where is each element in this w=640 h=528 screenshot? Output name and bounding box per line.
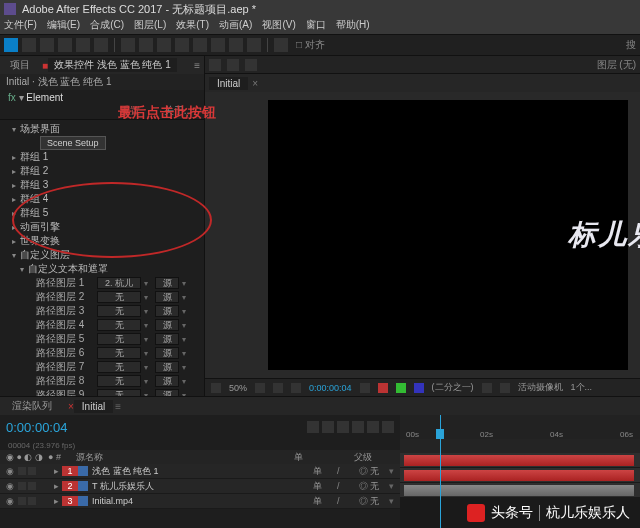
3d-icon[interactable]: [382, 421, 394, 433]
snapshot-icon[interactable]: [360, 383, 370, 393]
timeline-layer-row[interactable]: ◉ ▸ 3 Initial.mp4 单 / ◎ 无 ▾: [0, 494, 400, 509]
menu-comp[interactable]: 合成(C): [90, 18, 124, 34]
layer-mode[interactable]: 单: [313, 480, 337, 493]
mask-icon[interactable]: [291, 383, 301, 393]
effect-controls-tab[interactable]: 效果控件 浅色 蓝色 纯色 1: [48, 58, 177, 72]
layer-bar[interactable]: [404, 485, 634, 496]
zoom-tool-icon[interactable]: [40, 38, 54, 52]
layer-color[interactable]: [78, 496, 88, 506]
orbit-tool-icon[interactable]: [58, 38, 72, 52]
render-queue-tab[interactable]: 渲染队列: [4, 398, 60, 414]
path-value-dropdown[interactable]: 无: [97, 333, 141, 345]
layer-name[interactable]: Initial.mp4: [88, 496, 313, 506]
current-time[interactable]: 0:00:00:04: [6, 420, 67, 435]
stamp-tool-icon[interactable]: [193, 38, 207, 52]
text-tool-icon[interactable]: [157, 38, 171, 52]
group-row[interactable]: ▸群组 2: [4, 164, 200, 178]
comp-icon[interactable]: [209, 59, 221, 71]
motion-blur-icon[interactable]: [352, 421, 364, 433]
camera-tool-icon[interactable]: [94, 38, 108, 52]
selection-tool-icon[interactable]: [4, 38, 18, 52]
custom-text-mask-row[interactable]: ▾自定义文本和遮罩: [4, 262, 200, 276]
group-row[interactable]: ▸群组 3: [4, 178, 200, 192]
path-value-dropdown[interactable]: 无: [97, 319, 141, 331]
timeline-layer-row[interactable]: ◉ ▸ 2 T 杭儿乐娱乐人 单 / ◎ 无 ▾: [0, 479, 400, 494]
about-tab[interactable]: 关于...: [152, 104, 204, 119]
layer-mode[interactable]: 单: [313, 465, 337, 478]
path-type-dropdown[interactable]: 源: [155, 305, 179, 317]
channel-icon[interactable]: [378, 383, 388, 393]
menu-effect[interactable]: 效果(T): [176, 18, 209, 34]
menu-file[interactable]: 文件(F): [4, 18, 37, 34]
path-value-dropdown[interactable]: 无: [97, 375, 141, 387]
comp-tab[interactable]: Initial: [209, 77, 248, 90]
layer-track[interactable]: [400, 483, 640, 498]
comp-grid-icon[interactable]: [245, 59, 257, 71]
path-value-dropdown[interactable]: 无: [97, 361, 141, 373]
pen-tool-icon[interactable]: [139, 38, 153, 52]
close-tab-icon[interactable]: ×: [252, 78, 258, 89]
path-value-dropdown[interactable]: 无: [97, 305, 141, 317]
layer-color[interactable]: [78, 466, 88, 476]
resolution-dropdown[interactable]: (二分之一): [432, 381, 474, 394]
layer-bar[interactable]: [404, 470, 634, 481]
path-type-dropdown[interactable]: 源: [155, 347, 179, 359]
path-type-dropdown[interactable]: 源: [155, 291, 179, 303]
path-value-dropdown[interactable]: 无: [97, 389, 141, 396]
panel-menu-icon[interactable]: ≡: [194, 60, 200, 71]
grid-icon[interactable]: [273, 383, 283, 393]
roto-tool-icon[interactable]: [229, 38, 243, 52]
snap-toggle[interactable]: □ 对齐: [296, 38, 325, 52]
source-name-header[interactable]: 源名称: [76, 451, 294, 464]
parent-dropdown[interactable]: ◎ 无: [349, 495, 389, 508]
world-transform-row[interactable]: ▸世界变换: [4, 234, 200, 248]
group-row[interactable]: ▸群组 1: [4, 150, 200, 164]
timeline-layer-row[interactable]: ◉ ▸ 1 浅色 蓝色 纯色 1 单 / ◎ 无 ▾: [0, 464, 400, 479]
scene-setup-button[interactable]: Scene Setup: [40, 136, 106, 150]
path-type-dropdown[interactable]: 源: [155, 389, 179, 396]
visibility-icon[interactable]: ◉: [6, 496, 18, 506]
region-icon[interactable]: [482, 383, 492, 393]
search-icon[interactable]: [307, 421, 319, 433]
parent-dropdown[interactable]: ◎ 无: [349, 480, 389, 493]
timeline-menu-icon[interactable]: ≡: [115, 401, 121, 412]
menu-edit[interactable]: 编辑(E): [47, 18, 80, 34]
custom-layers-row[interactable]: ▾自定义图层: [4, 248, 200, 262]
blue-icon[interactable]: [414, 383, 424, 393]
menu-help[interactable]: 帮助(H): [336, 18, 370, 34]
shy-icon[interactable]: [322, 421, 334, 433]
layer-track[interactable]: [400, 453, 640, 468]
layer-mode[interactable]: 单: [313, 495, 337, 508]
project-tab[interactable]: 项目: [4, 58, 36, 72]
camera-dropdown[interactable]: 活动摄像机: [518, 381, 563, 394]
anim-engine-row[interactable]: ▸动画引擎: [4, 220, 200, 234]
safe-icon[interactable]: [255, 383, 265, 393]
path-type-dropdown[interactable]: 源: [155, 319, 179, 331]
zoom-level[interactable]: 50%: [229, 383, 247, 393]
search-label[interactable]: 搜: [626, 38, 636, 52]
path-value-dropdown[interactable]: 无: [97, 291, 141, 303]
layout-label[interactable]: 图层 (无): [597, 58, 636, 72]
menu-anim[interactable]: 动画(A): [219, 18, 252, 34]
axis-tool-icon[interactable]: [274, 38, 288, 52]
hand-tool-icon[interactable]: [22, 38, 36, 52]
path-value-dropdown[interactable]: 2. 杭儿: [97, 277, 141, 289]
transparency-icon[interactable]: [500, 383, 510, 393]
shape-tool-icon[interactable]: [121, 38, 135, 52]
path-type-dropdown[interactable]: 源: [155, 277, 179, 289]
layer-name[interactable]: 浅色 蓝色 纯色 1: [88, 465, 313, 478]
menu-view[interactable]: 视图(V): [262, 18, 295, 34]
menu-window[interactable]: 窗口: [306, 18, 326, 34]
brush-tool-icon[interactable]: [175, 38, 189, 52]
comp-flow-icon[interactable]: [227, 59, 239, 71]
eraser-tool-icon[interactable]: [211, 38, 225, 52]
timeline-comp-tab[interactable]: Initial: [74, 400, 113, 413]
group-row[interactable]: ▸群组 4: [4, 192, 200, 206]
reset-tab[interactable]: 重置: [108, 104, 152, 119]
playhead[interactable]: [440, 415, 441, 528]
graph-icon[interactable]: [367, 421, 379, 433]
footer-timecode[interactable]: 0:00:00:04: [309, 383, 352, 393]
layer-bar[interactable]: [404, 455, 634, 466]
comp-viewer[interactable]: 标儿乐: [205, 92, 640, 378]
scene-interface-row[interactable]: ▾场景界面: [4, 122, 200, 136]
